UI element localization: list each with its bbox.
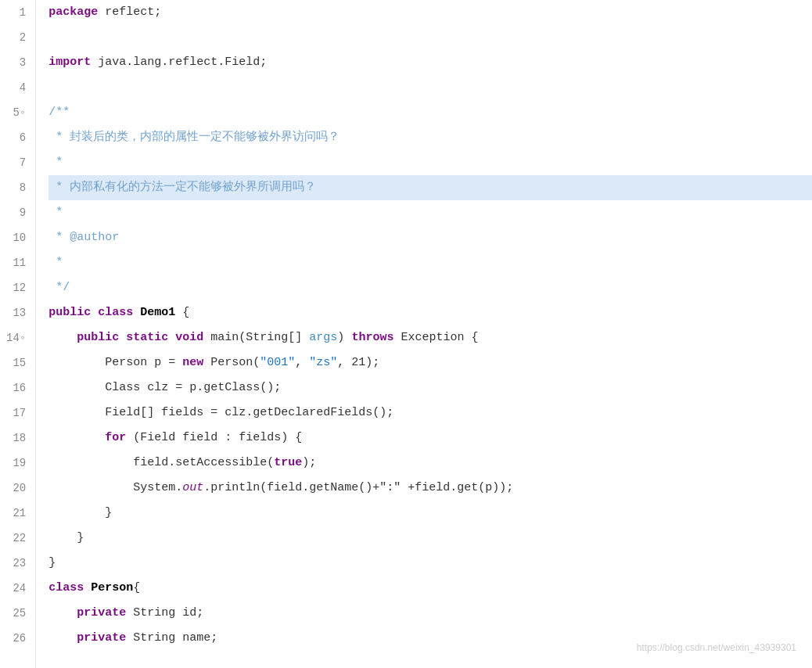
line-num-10: 10	[6, 225, 26, 250]
line-num-25: 25	[6, 601, 26, 626]
code-line-4	[49, 75, 812, 100]
code-line-23: }	[49, 551, 812, 576]
code-line-15: Person p = new Person("001", "zs", 21);	[49, 350, 812, 375]
line-num-5: 5◦	[6, 100, 26, 125]
line-num-18: 18	[6, 426, 26, 451]
code-line-25: private String id;	[49, 601, 812, 626]
line-num-11: 11	[6, 250, 26, 275]
line-num-22: 22	[6, 526, 26, 551]
line-num-4: 4	[6, 75, 26, 100]
line-num-21: 21	[6, 501, 26, 526]
code-line-20: System.out.println(field.getName()+":" +…	[49, 476, 812, 501]
line-num-2: 2	[6, 25, 26, 50]
code-line-19: field.setAccessible(true);	[49, 451, 812, 476]
watermark: https://blog.csdn.net/weixin_43939301	[637, 635, 796, 660]
code-line-11: *	[49, 250, 812, 275]
line-num-20: 20	[6, 476, 26, 501]
code-line-21: }	[49, 501, 812, 526]
code-line-8: * 内部私有化的方法一定不能够被外界所调用吗？	[49, 175, 812, 200]
code-line-5: /**	[49, 100, 812, 125]
line-num-1: 1	[6, 0, 26, 25]
line-num-26: 26	[6, 626, 26, 651]
code-line-2	[49, 25, 812, 50]
line-num-17: 17	[6, 400, 26, 426]
code-content: 1 2 3 4 5◦ 6 7 8 9 10 11 12 13 14◦ 15 16…	[0, 0, 812, 668]
code-line-16: Class clz = p.getClass();	[49, 375, 812, 400]
code-line-22: }	[49, 526, 812, 551]
code-area: package reflect; import java.lang.reflec…	[36, 0, 812, 668]
code-editor: 1 2 3 4 5◦ 6 7 8 9 10 11 12 13 14◦ 15 16…	[0, 0, 812, 668]
line-num-16: 16	[6, 375, 26, 400]
line-num-24: 24	[6, 576, 26, 601]
code-line-6: * 封装后的类，内部的属性一定不能够被外界访问吗？	[49, 125, 812, 150]
line-num-12: 12	[6, 275, 26, 300]
code-line-14: public static void main(String[] args) t…	[49, 325, 812, 350]
code-line-24: class Person{	[49, 576, 812, 601]
line-num-7: 7	[6, 150, 26, 175]
code-line-3: import java.lang.reflect.Field;	[49, 50, 812, 75]
code-line-1: package reflect;	[49, 0, 812, 25]
code-line-13: public class Demo1 {	[49, 300, 812, 325]
code-line-12: */	[49, 275, 812, 300]
line-num-14: 14◦	[6, 325, 26, 350]
line-num-15: 15	[6, 350, 26, 375]
code-line-18: for (Field field : fields) {	[49, 426, 812, 451]
line-num-3: 3	[6, 50, 26, 75]
line-num-6: 6	[6, 125, 26, 150]
line-num-19: 19	[6, 451, 26, 476]
line-num-23: 23	[6, 551, 26, 576]
line-numbers: 1 2 3 4 5◦ 6 7 8 9 10 11 12 13 14◦ 15 16…	[0, 0, 36, 668]
line-num-13: 13	[6, 300, 26, 325]
line-num-8: 8	[6, 175, 26, 200]
code-line-17: Field[] fields = clz.getDeclaredFields()…	[49, 400, 812, 426]
line-num-9: 9	[6, 200, 26, 225]
code-line-10: * @author	[49, 225, 812, 250]
code-line-7: *	[49, 150, 812, 175]
code-line-9: *	[49, 200, 812, 225]
